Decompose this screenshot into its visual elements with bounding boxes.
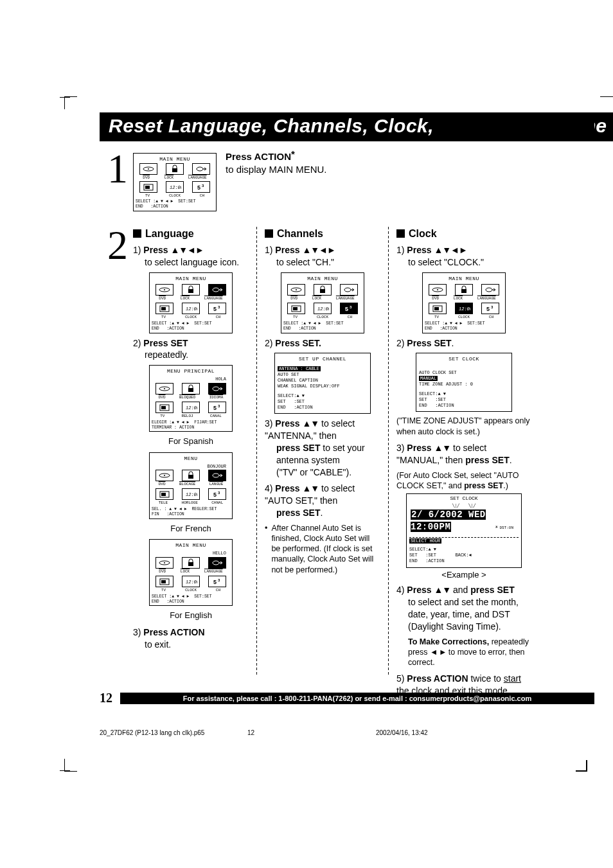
svg-text:12:00: 12:00 [459,306,470,312]
osd-row: AUTO SET [278,372,368,378]
osd-label: TELE [159,500,168,506]
dvd-icon [155,470,173,481]
osd-label: LOCK [454,296,463,301]
svg-rect-38 [188,562,193,566]
osd-main-menu: MAIN MENU DVDLOCKLANGUAGE 12:00 53 TVCLO… [133,153,217,211]
svg-rect-50 [293,307,298,310]
svg-rect-23 [161,406,166,409]
osd-label: DVD [159,569,166,574]
ch-icon: 53 [481,303,499,314]
svg-point-57 [486,288,492,292]
arrow-icons: ◄ ► [430,648,446,657]
caption-english: For English [133,610,249,621]
osd-label: LOCK [312,296,321,301]
square-bullet-icon [133,229,141,238]
osd-label: CANAL [210,414,222,419]
osd-title: MAIN MENU [152,542,230,549]
osd-footer: SELECT :▲ ▼ ◄ ► SET:SET END :ACTION [283,321,362,332]
svg-rect-59 [434,307,439,310]
tv-icon [155,488,173,500]
svg-text:3: 3 [218,305,220,309]
osd-label: HORLOGE [182,500,198,506]
osd-title: SET CLOCK [419,356,509,362]
svg-text:12:00: 12:00 [186,405,197,411]
clock-icon: 12:00 [182,402,200,413]
svg-rect-11 [188,289,193,293]
lock-icon [314,284,332,296]
corrections-note: To Make Corrections, repeatedly press ◄ … [396,637,531,668]
dvd-icon [429,284,447,296]
osd-menu-spanish: MENU PRINCIPAL HOLA DVDBLOQUEOIDIOMA 12:… [149,365,233,432]
svg-point-39 [213,561,219,565]
column-divider [256,227,257,677]
assistance-banner: For assistance, please call : 1-800-211-… [120,693,594,704]
clock-icon: 12:00 [182,303,200,314]
svg-text:5: 5 [345,306,348,312]
svg-text:5: 5 [197,184,200,191]
caption-spanish: For Spanish [133,436,249,447]
osd-label: DVD [159,395,166,400]
osd-label: CH [200,193,204,198]
caption-french: For French [133,523,249,535]
osd-label: CH [216,315,220,320]
osd-label: CLOCK [458,315,470,320]
list-item: 1) Press ▲▼◄► to select "CLOCK." [396,244,531,269]
osd-label: DVD [159,296,166,301]
osd-title: MAIN MENU [425,276,503,283]
osd-label: LOCK [181,296,190,301]
dvd-icon [155,284,173,296]
arrow-icons: ▲▼◄► [434,245,466,255]
svg-point-21 [213,387,219,391]
imprint-date: 2002/04/16, 13:42 [376,729,428,736]
svg-point-1 [148,168,149,170]
step-1: 1 MAIN MENU DVDLOCKLANGUAGE 12:00 53 TVC… [100,150,594,215]
note-text: (For Auto Clock Set, select "AUTO CLOCK … [396,470,531,492]
list-item: 4) Press ▲▼ and press SET to select and … [396,584,531,633]
arrow-icons: ▲▼ [434,443,450,453]
svg-text:12:00: 12:00 [186,306,197,312]
osd-label: LANGUAGE [477,296,496,301]
language-icon [208,557,226,569]
svg-rect-41 [161,580,166,583]
osd-label: CH [348,315,352,320]
osd-main-menu: MAIN MENU DVDLOCKLANGUAGE 12:0053 TVCLOC… [422,272,506,333]
osd-row-highlight: ANTENNA : CABLE [278,366,321,371]
svg-rect-20 [188,388,193,392]
osd-title: MAIN MENU [152,276,230,283]
lock-icon [166,163,184,175]
osd-set-clock-example: SET CLOCK ╲│╱ ╲│╱ 2/ 6/2002 WED 12:00PM … [406,493,522,567]
arrow-icons: ▲▼ [302,418,319,429]
page-number: 12 [100,691,112,705]
page-title: Reset Language, Channels, Clock, [100,112,594,141]
step-2: 2 Language 1) Press ▲▼◄► to select langu… [100,227,594,702]
language-icon [208,383,226,394]
ch-icon: 53 [192,181,210,193]
svg-point-3 [197,167,203,171]
osd-row: WEAK SIGNAL DISPLAY:OFF [278,384,368,389]
osd-footer: SELECT:▲ ▼ SET :SET BACK:◄ END :ACTION [409,547,519,564]
svg-rect-32 [161,493,166,496]
svg-text:12:00: 12:00 [186,492,197,497]
crop-mark [64,96,77,109]
greeting-label: BONJOUR [152,464,230,470]
bullet-note: •After Channel Auto Set is finished, Clo… [265,523,380,575]
svg-rect-14 [161,307,166,310]
svg-text:12:00: 12:00 [186,580,197,585]
svg-text:5: 5 [213,405,217,411]
svg-text:3: 3 [218,404,220,408]
svg-point-55 [437,289,438,290]
osd-label: CLOCK [169,193,181,198]
osd-label: TV [293,315,298,320]
osd-label: CLOCK [185,315,197,320]
footer: 12 For assistance, please call : 1-800-2… [100,691,594,705]
arrow-icons: ▲▼ [434,585,450,595]
osd-label: DVD [290,296,298,301]
osd-main-menu: MAIN MENU DVDLOCKLANGUAGE 12:0053 TVCLOC… [281,272,364,333]
greeting-label: HELLO [152,551,230,556]
list-item: 2) Press SET. [265,337,380,350]
osd-label: TV [145,193,150,198]
osd-footer: SELECT :▲ ▼ ◄ ► SET:SET END :ACTION [152,594,230,605]
osd-label: CLOCK [317,315,328,320]
list-item: 2) Press SET repeatedly. [133,337,249,362]
osd-row: AUTO CLOCK SET [419,370,509,376]
